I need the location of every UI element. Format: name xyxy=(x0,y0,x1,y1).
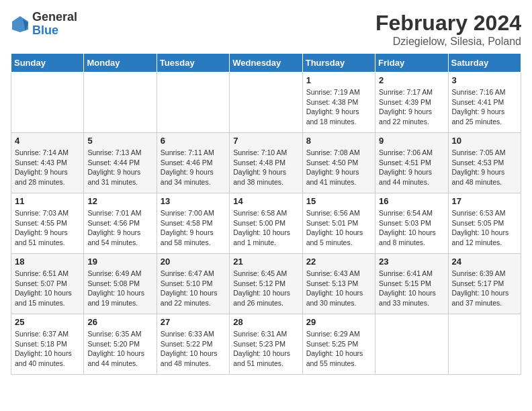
calendar-cell: 23Sunrise: 6:41 AM Sunset: 5:15 PM Dayli… xyxy=(375,254,448,314)
calendar-cell: 14Sunrise: 6:58 AM Sunset: 5:00 PM Dayli… xyxy=(230,193,302,254)
cell-date-number: 6 xyxy=(161,136,226,146)
cell-info-text: Sunrise: 7:06 AM Sunset: 4:51 PM Dayligh… xyxy=(379,148,444,187)
calendar-cell: 2Sunrise: 7:17 AM Sunset: 4:39 PM Daylig… xyxy=(375,73,448,133)
cell-info-text: Sunrise: 6:56 AM Sunset: 5:01 PM Dayligh… xyxy=(306,208,371,248)
cell-date-number: 13 xyxy=(161,196,226,206)
cell-info-text: Sunrise: 7:19 AM Sunset: 4:38 PM Dayligh… xyxy=(306,87,371,127)
calendar-week-row: 18Sunrise: 6:51 AM Sunset: 5:07 PM Dayli… xyxy=(11,254,521,314)
cell-date-number: 16 xyxy=(379,196,444,206)
title-block: February 2024 Dziegielow, Silesia, Polan… xyxy=(375,11,521,48)
cell-date-number: 22 xyxy=(306,257,371,267)
cell-date-number: 1 xyxy=(306,75,371,85)
calendar-cell: 16Sunrise: 6:54 AM Sunset: 5:03 PM Dayli… xyxy=(375,193,448,254)
cell-info-text: Sunrise: 7:11 AM Sunset: 4:46 PM Dayligh… xyxy=(161,148,226,187)
calendar-week-row: 25Sunrise: 6:37 AM Sunset: 5:18 PM Dayli… xyxy=(11,314,521,375)
calendar-table: SundayMondayTuesdayWednesdayThursdayFrid… xyxy=(11,53,521,375)
calendar-cell: 29Sunrise: 6:29 AM Sunset: 5:25 PM Dayli… xyxy=(302,314,375,375)
cell-info-text: Sunrise: 6:35 AM Sunset: 5:20 PM Dayligh… xyxy=(87,329,152,369)
weekday-header-monday: Monday xyxy=(84,54,157,73)
cell-date-number: 14 xyxy=(233,196,298,206)
cell-date-number: 24 xyxy=(452,257,517,267)
cell-info-text: Sunrise: 7:16 AM Sunset: 4:41 PM Dayligh… xyxy=(452,87,517,127)
calendar-cell: 10Sunrise: 7:05 AM Sunset: 4:53 PM Dayli… xyxy=(448,133,521,193)
calendar-cell xyxy=(230,73,302,133)
cell-info-text: Sunrise: 7:03 AM Sunset: 4:55 PM Dayligh… xyxy=(15,208,80,248)
cell-date-number: 23 xyxy=(379,257,444,267)
cell-date-number: 25 xyxy=(15,317,80,327)
calendar-cell: 6Sunrise: 7:11 AM Sunset: 4:46 PM Daylig… xyxy=(157,133,229,193)
calendar-cell: 25Sunrise: 6:37 AM Sunset: 5:18 PM Dayli… xyxy=(11,314,84,375)
cell-info-text: Sunrise: 6:49 AM Sunset: 5:08 PM Dayligh… xyxy=(87,269,152,308)
cell-info-text: Sunrise: 6:39 AM Sunset: 5:17 PM Dayligh… xyxy=(452,269,517,308)
logo-icon xyxy=(11,15,30,34)
cell-date-number: 27 xyxy=(161,317,226,327)
page-subtitle: Dziegielow, Silesia, Poland xyxy=(375,36,521,48)
calendar-cell: 1Sunrise: 7:19 AM Sunset: 4:38 PM Daylig… xyxy=(302,73,375,133)
logo-blue-text: Blue xyxy=(32,24,58,37)
cell-info-text: Sunrise: 7:17 AM Sunset: 4:39 PM Dayligh… xyxy=(379,87,444,127)
calendar-cell xyxy=(84,73,157,133)
cell-info-text: Sunrise: 7:01 AM Sunset: 4:56 PM Dayligh… xyxy=(87,208,152,248)
calendar-cell: 20Sunrise: 6:47 AM Sunset: 5:10 PM Dayli… xyxy=(157,254,229,314)
calendar-cell: 8Sunrise: 7:08 AM Sunset: 4:50 PM Daylig… xyxy=(302,133,375,193)
calendar-cell: 21Sunrise: 6:45 AM Sunset: 5:12 PM Dayli… xyxy=(230,254,302,314)
calendar-cell xyxy=(375,314,448,375)
weekday-header-tuesday: Tuesday xyxy=(157,54,229,73)
calendar-week-row: 4Sunrise: 7:14 AM Sunset: 4:43 PM Daylig… xyxy=(11,133,521,193)
calendar-header: SundayMondayTuesdayWednesdayThursdayFrid… xyxy=(11,54,521,73)
calendar-cell: 26Sunrise: 6:35 AM Sunset: 5:20 PM Dayli… xyxy=(84,314,157,375)
calendar-cell: 27Sunrise: 6:33 AM Sunset: 5:22 PM Dayli… xyxy=(157,314,229,375)
calendar-cell: 11Sunrise: 7:03 AM Sunset: 4:55 PM Dayli… xyxy=(11,193,84,254)
calendar-cell: 7Sunrise: 7:10 AM Sunset: 4:48 PM Daylig… xyxy=(230,133,302,193)
cell-info-text: Sunrise: 6:41 AM Sunset: 5:15 PM Dayligh… xyxy=(379,269,444,308)
calendar-cell: 28Sunrise: 6:31 AM Sunset: 5:23 PM Dayli… xyxy=(230,314,302,375)
cell-date-number: 28 xyxy=(233,317,298,327)
cell-date-number: 11 xyxy=(15,196,80,206)
calendar-cell: 19Sunrise: 6:49 AM Sunset: 5:08 PM Dayli… xyxy=(84,254,157,314)
calendar-cell xyxy=(157,73,229,133)
cell-info-text: Sunrise: 6:51 AM Sunset: 5:07 PM Dayligh… xyxy=(15,269,80,308)
header: General Blue February 2024 Dziegielow, S… xyxy=(11,11,521,48)
cell-info-text: Sunrise: 6:53 AM Sunset: 5:05 PM Dayligh… xyxy=(452,208,517,248)
calendar-cell xyxy=(448,314,521,375)
cell-date-number: 10 xyxy=(452,136,517,146)
cell-date-number: 19 xyxy=(87,257,152,267)
calendar-body: 1Sunrise: 7:19 AM Sunset: 4:38 PM Daylig… xyxy=(11,73,521,375)
cell-info-text: Sunrise: 6:37 AM Sunset: 5:18 PM Dayligh… xyxy=(15,329,80,369)
logo-general-text: General xyxy=(32,10,77,24)
calendar-week-row: 11Sunrise: 7:03 AM Sunset: 4:55 PM Dayli… xyxy=(11,193,521,254)
calendar-cell: 18Sunrise: 6:51 AM Sunset: 5:07 PM Dayli… xyxy=(11,254,84,314)
cell-date-number: 7 xyxy=(233,136,298,146)
weekday-header-wednesday: Wednesday xyxy=(230,54,302,73)
cell-info-text: Sunrise: 7:08 AM Sunset: 4:50 PM Dayligh… xyxy=(306,148,371,187)
cell-date-number: 29 xyxy=(306,317,371,327)
calendar-cell: 5Sunrise: 7:13 AM Sunset: 4:44 PM Daylig… xyxy=(84,133,157,193)
weekday-header-thursday: Thursday xyxy=(302,54,375,73)
cell-date-number: 4 xyxy=(15,136,80,146)
cell-date-number: 26 xyxy=(87,317,152,327)
calendar-cell: 22Sunrise: 6:43 AM Sunset: 5:13 PM Dayli… xyxy=(302,254,375,314)
weekday-header-row: SundayMondayTuesdayWednesdayThursdayFrid… xyxy=(11,54,521,73)
calendar-cell: 17Sunrise: 6:53 AM Sunset: 5:05 PM Dayli… xyxy=(448,193,521,254)
cell-info-text: Sunrise: 7:10 AM Sunset: 4:48 PM Dayligh… xyxy=(233,148,298,187)
cell-info-text: Sunrise: 7:14 AM Sunset: 4:43 PM Dayligh… xyxy=(15,148,80,187)
calendar-cell: 13Sunrise: 7:00 AM Sunset: 4:58 PM Dayli… xyxy=(157,193,229,254)
cell-info-text: Sunrise: 6:33 AM Sunset: 5:22 PM Dayligh… xyxy=(161,329,226,369)
calendar-cell: 24Sunrise: 6:39 AM Sunset: 5:17 PM Dayli… xyxy=(448,254,521,314)
cell-date-number: 9 xyxy=(379,136,444,146)
cell-info-text: Sunrise: 6:45 AM Sunset: 5:12 PM Dayligh… xyxy=(233,269,298,308)
calendar-week-row: 1Sunrise: 7:19 AM Sunset: 4:38 PM Daylig… xyxy=(11,73,521,133)
cell-date-number: 2 xyxy=(379,75,444,85)
cell-info-text: Sunrise: 7:00 AM Sunset: 4:58 PM Dayligh… xyxy=(161,208,226,248)
cell-date-number: 12 xyxy=(87,196,152,206)
calendar-cell: 12Sunrise: 7:01 AM Sunset: 4:56 PM Dayli… xyxy=(84,193,157,254)
cell-date-number: 18 xyxy=(15,257,80,267)
cell-info-text: Sunrise: 7:05 AM Sunset: 4:53 PM Dayligh… xyxy=(452,148,517,187)
cell-info-text: Sunrise: 6:47 AM Sunset: 5:10 PM Dayligh… xyxy=(161,269,226,308)
cell-info-text: Sunrise: 6:54 AM Sunset: 5:03 PM Dayligh… xyxy=(379,208,444,248)
weekday-header-saturday: Saturday xyxy=(448,54,521,73)
cell-date-number: 8 xyxy=(306,136,371,146)
calendar-cell xyxy=(11,73,84,133)
cell-info-text: Sunrise: 6:31 AM Sunset: 5:23 PM Dayligh… xyxy=(233,329,298,369)
weekday-header-sunday: Sunday xyxy=(11,54,84,73)
